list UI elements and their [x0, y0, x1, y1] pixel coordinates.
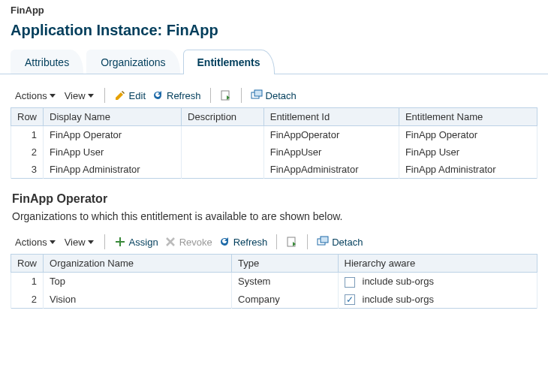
- refresh-label: Refresh: [233, 237, 268, 248]
- cell-org-name: Top: [44, 273, 232, 291]
- view-label: View: [65, 90, 86, 101]
- cell-rownum: 2: [11, 143, 44, 161]
- cell-type: System: [232, 273, 338, 291]
- separator: [307, 234, 308, 249]
- cell-org-name: Vision: [44, 291, 232, 309]
- export-icon: [286, 236, 298, 248]
- assign-label: Assign: [129, 237, 158, 248]
- orgs-toolbar: Actions View Assign Revoke Refresh: [11, 231, 537, 254]
- cell-display-name: FinApp User: [44, 143, 182, 161]
- edit-label: Edit: [129, 90, 146, 101]
- tab-organizations[interactable]: Organizations: [86, 50, 179, 74]
- col-type[interactable]: Type: [232, 255, 338, 273]
- hierarchy-checkbox[interactable]: [345, 294, 355, 305]
- table-row[interactable]: 2VisionCompanyinclude sub-orgs: [11, 291, 537, 309]
- svg-rect-5: [321, 237, 328, 243]
- col-row[interactable]: Row: [11, 108, 44, 126]
- separator: [241, 88, 242, 103]
- entitlements-table: Row Display Name Description Entitlement…: [11, 107, 537, 179]
- view-menu[interactable]: View: [62, 89, 97, 103]
- refresh-button[interactable]: Refresh: [217, 234, 269, 249]
- tab-attributes[interactable]: Attributes: [11, 50, 83, 74]
- refresh-button[interactable]: Refresh: [150, 88, 203, 103]
- col-display-name[interactable]: Display Name: [44, 108, 182, 126]
- table-row[interactable]: 3FinApp AdministratorFinAppAdministrator…: [11, 161, 537, 179]
- x-icon: [164, 236, 176, 248]
- col-entitlement-name[interactable]: Entitlement Name: [399, 108, 537, 126]
- detach-label: Detach: [332, 237, 363, 248]
- export-button[interactable]: [218, 88, 233, 103]
- plus-icon: [114, 236, 126, 248]
- cell-entitlement-id: FinAppUser: [263, 143, 399, 161]
- refresh-icon: [218, 236, 230, 248]
- hierarchy-label: include sub-orgs: [363, 294, 434, 305]
- cell-rownum: 2: [11, 291, 44, 309]
- refresh-label: Refresh: [167, 90, 201, 101]
- hierarchy-label: include sub-orgs: [363, 276, 434, 287]
- col-description[interactable]: Description: [182, 108, 264, 126]
- entitlements-toolbar: Actions View Edit Refresh: [11, 85, 537, 107]
- separator: [276, 234, 277, 249]
- pencil-icon: [114, 89, 126, 101]
- cell-description: [182, 143, 264, 161]
- page-title: Application Instance: FinApp: [0, 17, 548, 50]
- col-org-name[interactable]: Organization Name: [44, 255, 232, 273]
- cell-rownum: 3: [11, 161, 44, 179]
- detach-button[interactable]: Detach: [315, 234, 364, 249]
- orgs-table: Row Organization Name Type Hierarchy awa…: [11, 254, 537, 309]
- cell-rownum: 1: [11, 126, 44, 144]
- hierarchy-checkbox[interactable]: [345, 277, 355, 288]
- table-row[interactable]: 1FinApp OperatorFinAppOperatorFinApp Ope…: [11, 126, 537, 144]
- col-entitlement-id[interactable]: Entitlement Id: [263, 108, 399, 126]
- separator: [104, 88, 105, 103]
- caret-icon: [88, 94, 94, 98]
- tab-entitlements[interactable]: Entitlements: [183, 50, 275, 74]
- separator: [210, 88, 211, 103]
- cell-description: [182, 161, 264, 179]
- table-row[interactable]: 2FinApp UserFinAppUserFinApp User: [11, 143, 537, 161]
- refresh-icon: [152, 89, 164, 101]
- detail-description: Organizations to which this entitlement …: [11, 209, 537, 231]
- caret-icon: [50, 240, 56, 244]
- cell-display-name: FinApp Operator: [44, 126, 182, 144]
- breadcrumb: FinApp: [0, 0, 548, 17]
- actions-menu[interactable]: Actions: [12, 235, 59, 249]
- caret-icon: [88, 240, 94, 244]
- cell-display-name: FinApp Administrator: [44, 161, 182, 179]
- cell-type: Company: [232, 291, 338, 309]
- actions-label: Actions: [15, 90, 47, 101]
- actions-menu[interactable]: Actions: [12, 89, 59, 103]
- cell-entitlement-name: FinApp Operator: [399, 126, 537, 144]
- cell-entitlement-name: FinApp User: [399, 143, 537, 161]
- revoke-label: Revoke: [179, 237, 212, 248]
- col-row[interactable]: Row: [11, 255, 44, 273]
- revoke-button[interactable]: Revoke: [163, 234, 214, 249]
- assign-button[interactable]: Assign: [113, 234, 160, 249]
- export-button[interactable]: [285, 234, 300, 249]
- export-icon: [220, 89, 232, 101]
- separator: [104, 234, 105, 249]
- detail-heading: FinApp Operator: [11, 179, 537, 209]
- detach-button[interactable]: Detach: [249, 88, 298, 103]
- svg-rect-2: [254, 90, 262, 96]
- view-menu[interactable]: View: [62, 235, 97, 249]
- edit-button[interactable]: Edit: [113, 88, 147, 103]
- cell-hierarchy: include sub-orgs: [338, 273, 537, 291]
- view-label: View: [65, 237, 86, 248]
- table-row[interactable]: 1TopSysteminclude sub-orgs: [11, 273, 537, 291]
- cell-description: [182, 126, 264, 144]
- caret-icon: [50, 94, 56, 98]
- detach-label: Detach: [266, 90, 297, 101]
- detach-icon: [317, 236, 329, 248]
- cell-hierarchy: include sub-orgs: [338, 291, 537, 309]
- cell-entitlement-id: FinAppAdministrator: [263, 161, 399, 179]
- cell-rownum: 1: [11, 273, 44, 291]
- tab-bar: Attributes Organizations Entitlements: [0, 50, 548, 74]
- detach-icon: [251, 89, 263, 101]
- col-hierarchy[interactable]: Hierarchy aware: [338, 255, 537, 273]
- actions-label: Actions: [15, 237, 47, 248]
- cell-entitlement-name: FinApp Administrator: [399, 161, 537, 179]
- cell-entitlement-id: FinAppOperator: [263, 126, 399, 144]
